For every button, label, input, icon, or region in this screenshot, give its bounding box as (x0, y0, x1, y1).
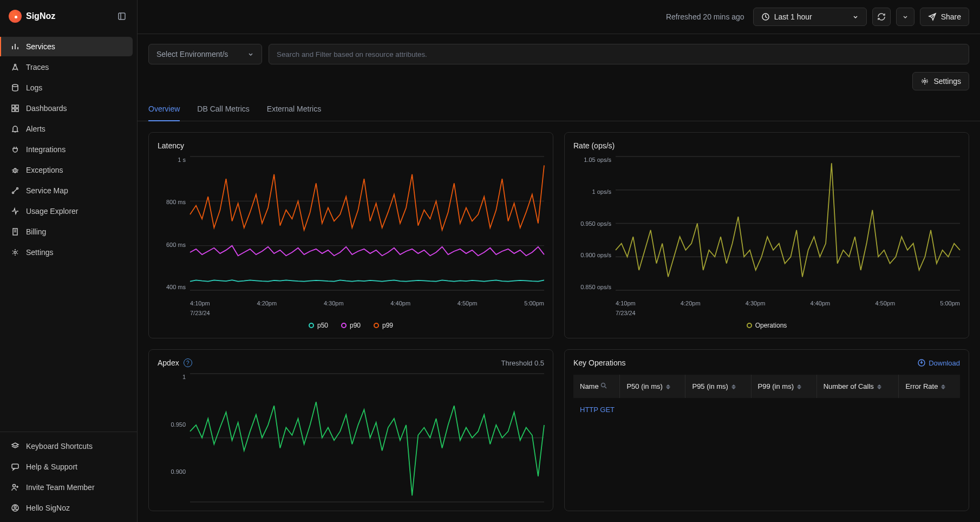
nav-item-dashboards[interactable]: Dashboards (4, 99, 133, 118)
svg-point-34 (924, 80, 926, 82)
brand-logo[interactable]: SigNoz (9, 10, 55, 23)
footer-help-support[interactable]: Help & Support (4, 457, 133, 477)
svg-rect-26 (12, 464, 18, 468)
col-p50[interactable]: P50 (in ms) (620, 375, 685, 398)
bar-chart-icon (11, 42, 19, 51)
svg-line-18 (17, 172, 18, 172)
nav-item-settings[interactable]: Settings (4, 243, 133, 262)
share-button[interactable]: Share (920, 8, 969, 26)
panel-title: Rate (ops/s) (573, 141, 960, 150)
environment-select[interactable]: Select Environment/s (148, 44, 262, 64)
tab-label: DB Call Metrics (197, 105, 249, 113)
layers-icon (11, 442, 19, 451)
refresh-button[interactable] (872, 8, 891, 26)
download-icon (918, 359, 925, 367)
nav-label: Integrations (26, 145, 66, 154)
nav-item-integrations[interactable]: Integrations (4, 140, 133, 159)
nav-label: Service Map (26, 186, 68, 195)
plot-area (190, 156, 544, 290)
y-axis: 1 0.950 0.900 (158, 374, 190, 475)
svg-point-27 (13, 485, 16, 487)
tab-db-call-metrics[interactable]: DB Call Metrics (197, 97, 249, 121)
nav-item-billing[interactable]: Billing (4, 222, 133, 242)
sort-icon (666, 384, 670, 389)
panel-title: Apdex ? Threshold 0.5 (158, 358, 544, 367)
tab-label: External Metrics (267, 105, 321, 113)
legend-item-p90[interactable]: p90 (341, 322, 361, 329)
settings-label: Settings (933, 77, 961, 86)
footer-keyboard-shortcuts[interactable]: Keyboard Shortcuts (4, 436, 133, 456)
col-p99[interactable]: P99 (in ms) (751, 375, 816, 398)
chevron-down-icon (852, 14, 859, 20)
y-axis: 1 s 800 ms 600 ms 400 ms (158, 156, 190, 290)
refresh-dropdown-button[interactable] (896, 8, 914, 26)
nav-item-traces[interactable]: Traces (4, 57, 133, 77)
nav-item-usage-explorer[interactable]: Usage Explorer (4, 201, 133, 221)
user-circle-icon (11, 504, 19, 512)
nav-item-exceptions[interactable]: Exceptions (4, 160, 133, 180)
nav-item-services[interactable]: Services (0, 37, 133, 56)
footer-label: Hello SigNoz (26, 504, 70, 512)
share-label: Share (941, 12, 961, 21)
col-num-calls[interactable]: Number of Calls (816, 375, 899, 398)
footer-label: Invite Team Member (26, 483, 95, 492)
svg-point-8 (12, 84, 18, 87)
sidebar-footer: Keyboard Shortcuts Help & Support Invite… (0, 432, 137, 522)
content-grid: Latency 1 s 800 ms 600 ms 400 ms 4:10pm … (138, 121, 980, 522)
footer-label: Keyboard Shortcuts (26, 442, 93, 451)
sidebar: SigNoz Services Traces Logs Dashboards A… (0, 0, 138, 522)
footer-hello-signoz[interactable]: Hello SigNoz (4, 498, 133, 518)
nav-label: Settings (26, 248, 54, 257)
key-operations-panel: Key Operations Download Name P50 (in ms)… (564, 349, 969, 511)
download-button[interactable]: Download (918, 359, 960, 367)
sort-icon (941, 384, 945, 389)
nav-label: Alerts (26, 125, 45, 133)
time-range-picker[interactable]: Last 1 hour (753, 8, 867, 26)
nav-item-logs[interactable]: Logs (4, 78, 133, 97)
plot-area (616, 156, 960, 290)
search-icon[interactable] (600, 382, 607, 390)
apdex-chart[interactable]: 1 0.950 0.900 (158, 374, 544, 502)
latency-panel: Latency 1 s 800 ms 600 ms 400 ms 4:10pm … (148, 132, 553, 338)
bug-icon (11, 166, 19, 174)
col-error-rate[interactable]: Error Rate (899, 375, 960, 398)
nav-item-service-map[interactable]: Service Map (4, 181, 133, 200)
tabs: Overview DB Call Metrics External Metric… (138, 97, 980, 121)
operation-link[interactable]: HTTP GET (580, 406, 615, 414)
legend-item-operations[interactable]: Operations (747, 322, 787, 329)
chevron-down-icon (902, 14, 909, 20)
sort-icon (731, 384, 736, 389)
brand-name: SigNoz (26, 11, 55, 21)
time-range-label: Last 1 hour (774, 12, 848, 21)
apdex-title: Apdex (158, 358, 179, 367)
rate-chart[interactable]: 1.05 ops/s 1 ops/s 0.950 ops/s 0.900 ops… (573, 156, 960, 317)
footer-invite-team[interactable]: Invite Team Member (4, 478, 133, 497)
tab-label: Overview (148, 105, 180, 113)
activity-icon (11, 207, 19, 216)
key-ops-header: Key Operations Download (573, 358, 960, 367)
tab-external-metrics[interactable]: External Metrics (267, 97, 321, 121)
tab-overview[interactable]: Overview (148, 97, 180, 121)
sort-icon (877, 384, 881, 389)
latency-chart[interactable]: 1 s 800 ms 600 ms 400 ms 4:10pm 4:20pm 4… (158, 156, 544, 317)
search-input[interactable] (269, 44, 969, 64)
settings-button[interactable]: Settings (912, 72, 969, 90)
x-date: 7/23/24 (616, 310, 636, 316)
col-p95[interactable]: P95 (in ms) (685, 375, 751, 398)
legend-item-p50[interactable]: p50 (309, 322, 328, 329)
main-content: Refreshed 20 mins ago Last 1 hour Share … (138, 0, 980, 522)
col-name[interactable]: Name (573, 375, 620, 398)
clock-icon (761, 12, 770, 21)
nav-label: Usage Explorer (26, 207, 79, 216)
nav-item-alerts[interactable]: Alerts (4, 119, 133, 139)
plug-icon (11, 145, 19, 154)
help-icon[interactable]: ? (184, 358, 192, 367)
legend-item-p99[interactable]: p99 (374, 322, 393, 329)
gear-icon (11, 248, 19, 257)
sidebar-collapse-button[interactable] (115, 10, 128, 23)
svg-rect-9 (12, 105, 15, 108)
table-row[interactable]: HTTP GET (573, 398, 960, 421)
svg-line-7 (16, 66, 18, 70)
svg-line-50 (605, 387, 606, 388)
refresh-icon (877, 12, 886, 21)
